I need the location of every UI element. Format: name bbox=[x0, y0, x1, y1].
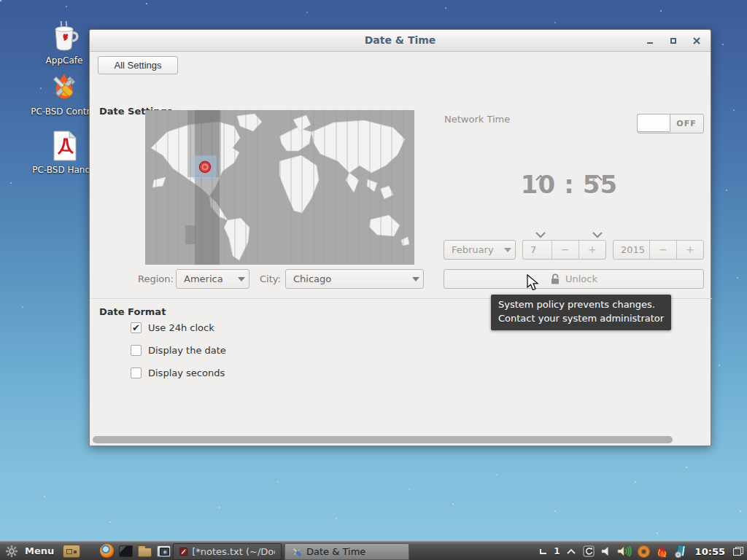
minute-down-button[interactable] bbox=[591, 230, 604, 240]
checkbox-label: Display the date bbox=[148, 345, 226, 356]
time-display: 10 : 55 bbox=[484, 170, 654, 199]
minimize-button[interactable] bbox=[643, 35, 657, 47]
time-hour: 10 bbox=[521, 170, 555, 199]
checkbox-label: Display seconds bbox=[148, 368, 225, 378]
window-content: All Settings Date Settings bbox=[90, 52, 711, 446]
window-title: Date & Time bbox=[90, 34, 711, 46]
display-seconds-option[interactable]: Display seconds bbox=[131, 368, 225, 378]
titlebar[interactable]: Date & Time bbox=[90, 30, 711, 52]
hidden-windows-icon[interactable] bbox=[536, 544, 549, 559]
day-spinner: 7 − + bbox=[522, 240, 606, 260]
text-editor-icon bbox=[179, 546, 188, 557]
region-label: Region: bbox=[138, 273, 174, 284]
unlock-label: Unlock bbox=[565, 273, 597, 284]
gear-icon[interactable] bbox=[4, 544, 19, 559]
horizontal-scrollbar-thumb[interactable] bbox=[93, 436, 673, 443]
update-manager-tray-icon[interactable] bbox=[655, 544, 670, 559]
control-panel-icon bbox=[47, 70, 82, 105]
software-installer-tray-icon[interactable] bbox=[674, 544, 689, 559]
task-label: Date & Time bbox=[306, 546, 365, 557]
tooltip-line1: System policy prevents changes. bbox=[498, 298, 664, 312]
tooltip-line2: Contact your system administrator bbox=[498, 312, 664, 326]
day-plus-button[interactable]: + bbox=[578, 241, 605, 259]
chevron-up-icon[interactable] bbox=[565, 544, 578, 559]
checkbox-label: Use 24h clock bbox=[148, 322, 214, 333]
day-value: 7 bbox=[523, 241, 551, 259]
time-minute: 55 bbox=[583, 170, 617, 199]
screenshot-launcher-icon[interactable] bbox=[156, 544, 171, 559]
chevron-down-icon bbox=[409, 277, 423, 281]
taskbar-task-date-time[interactable]: Date & Time bbox=[285, 543, 409, 560]
window-list-icon[interactable] bbox=[732, 544, 745, 559]
volume-tray-icon[interactable] bbox=[617, 544, 633, 559]
checkbox-checked[interactable]: ✔ bbox=[131, 322, 142, 333]
date-time-window: Date & Time All Settings Date Settings bbox=[89, 29, 711, 446]
month-value: February bbox=[444, 244, 500, 255]
location-pin bbox=[200, 162, 211, 173]
system-tray: 1 10:55 bbox=[536, 542, 745, 560]
region-dropdown[interactable]: America bbox=[176, 269, 249, 289]
lock-icon bbox=[550, 273, 560, 284]
workspace-pager-icon[interactable] bbox=[63, 545, 80, 558]
firefox-launcher-icon[interactable] bbox=[99, 544, 114, 559]
taskbar-task-notes[interactable]: [*notes.txt (~/Docu... bbox=[173, 543, 282, 560]
workspace-number[interactable]: 1 bbox=[554, 546, 560, 556]
life-preserver-tray-icon[interactable] bbox=[638, 544, 651, 559]
taskbar: Menu [*notes.txt (~/Docu... Date & Time bbox=[0, 541, 747, 560]
time-separator: : bbox=[564, 170, 574, 199]
chevron-down-icon bbox=[500, 248, 515, 252]
city-label: City: bbox=[260, 273, 281, 284]
unlock-button[interactable]: Unlock bbox=[444, 269, 704, 289]
speaker-icon[interactable] bbox=[600, 544, 613, 559]
desktop: AppCafe PC-BSD Control bbox=[0, 0, 747, 560]
day-minus-button[interactable]: − bbox=[551, 241, 578, 259]
task-label: [*notes.txt (~/Docu... bbox=[192, 546, 275, 557]
tools-icon bbox=[291, 546, 303, 558]
background-specks bbox=[0, 0, 1, 1]
file-manager-launcher-icon[interactable] bbox=[137, 544, 152, 559]
timezone-map[interactable] bbox=[145, 110, 414, 265]
maximize-button[interactable] bbox=[667, 35, 680, 47]
city-value: Chicago bbox=[286, 273, 409, 284]
year-plus-button[interactable]: + bbox=[676, 241, 703, 259]
month-dropdown[interactable]: February bbox=[444, 240, 516, 260]
policy-tooltip: System policy prevents changes. Contact … bbox=[491, 295, 671, 330]
close-button[interactable] bbox=[690, 35, 703, 47]
display-date-option[interactable]: Display the date bbox=[131, 345, 226, 356]
display-settings-tray-icon[interactable] bbox=[582, 544, 595, 559]
network-time-toggle[interactable]: OFF bbox=[637, 114, 704, 133]
network-time-label: Network Time bbox=[444, 114, 510, 125]
chevron-down-icon bbox=[234, 277, 249, 281]
year-minus-button[interactable]: − bbox=[649, 241, 676, 259]
hour-down-button[interactable] bbox=[534, 230, 547, 240]
toggle-state-label: OFF bbox=[670, 114, 703, 133]
region-value: America bbox=[177, 273, 234, 284]
toggle-knob bbox=[637, 114, 670, 132]
checkbox-unchecked[interactable] bbox=[131, 345, 142, 356]
city-dropdown[interactable]: Chicago bbox=[285, 269, 424, 289]
terminal-launcher-icon[interactable] bbox=[118, 544, 133, 559]
appcafe-mug-icon bbox=[47, 19, 82, 54]
pdf-handbook-icon bbox=[47, 128, 82, 163]
year-value: 2015 bbox=[614, 241, 649, 259]
date-format-heading: Date Format bbox=[99, 306, 166, 317]
year-spinner: 2015 − + bbox=[613, 240, 704, 260]
taskbar-left: Menu bbox=[0, 544, 171, 559]
checkbox-unchecked[interactable] bbox=[131, 368, 142, 378]
all-settings-button[interactable]: All Settings bbox=[98, 56, 178, 74]
selected-timezone-band bbox=[195, 110, 220, 265]
taskbar-clock[interactable]: 10:55 bbox=[695, 546, 725, 557]
menu-button[interactable]: Menu bbox=[25, 545, 54, 556]
use-24h-clock-option[interactable]: ✔ Use 24h clock bbox=[131, 322, 214, 333]
